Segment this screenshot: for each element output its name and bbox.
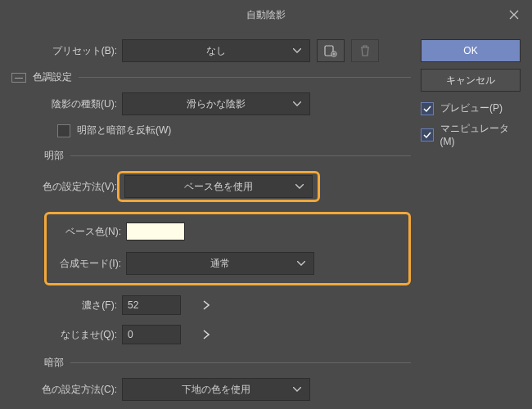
preset-label: プリセット(B): (11, 44, 122, 58)
light-color-method-select[interactable]: ベース色を使用 (124, 175, 313, 198)
divider (70, 362, 411, 363)
tone-group-toggle[interactable] (11, 73, 26, 83)
base-color-label: ベース色(N): (48, 225, 126, 239)
divider (79, 77, 411, 78)
manipulator-checkbox[interactable]: マニピュレータ(M) (421, 122, 521, 147)
dark-group-label: 暗部 (44, 356, 64, 370)
shadow-type-label: 陰影の種類(U): (34, 97, 122, 111)
divider (70, 155, 411, 156)
ok-label: OK (463, 45, 477, 56)
preset-select[interactable]: なし (122, 39, 310, 62)
dark-color-method-select[interactable]: 下地の色を使用 (122, 378, 310, 401)
cancel-label: キャンセル (446, 74, 495, 88)
ok-button[interactable]: OK (421, 39, 521, 62)
cancel-button[interactable]: キャンセル (421, 69, 521, 92)
blur-slider-button[interactable] (196, 325, 217, 344)
blend-mode-value: 通常 (210, 257, 230, 271)
base-color-swatch[interactable] (126, 222, 185, 240)
intensity-slider-button[interactable] (196, 295, 217, 315)
intensity-input[interactable]: 52 (122, 295, 181, 315)
dark-color-method-label: 色の設定方法(C): (11, 383, 122, 397)
highlight-box-2: ベース色(N): 合成モード(I): 通常 (44, 212, 411, 285)
preset-delete-button[interactable] (351, 39, 379, 62)
shadow-type-select[interactable]: 滑らかな陰影 (122, 92, 310, 115)
light-group-label: 明部 (44, 149, 64, 163)
invert-label: 明部と暗部を反転(W) (77, 124, 171, 137)
invert-checkbox[interactable]: 明部と暗部を反転(W) (57, 124, 171, 137)
chevron-down-icon (293, 387, 301, 392)
manipulator-label: マニピュレータ(M) (440, 122, 521, 147)
intensity-value: 52 (128, 299, 138, 311)
shadow-type-value: 滑らかな陰影 (187, 97, 246, 111)
titlebar: 自動陰影 (0, 0, 532, 29)
light-color-method-value: ベース色を使用 (184, 180, 253, 194)
light-color-method-label: 色の設定方法(V): (11, 180, 122, 194)
tone-group-label: 色調設定 (33, 70, 72, 84)
chevron-down-icon (293, 101, 301, 106)
blur-label: なじませ(Q): (11, 328, 122, 342)
close-button[interactable] (496, 0, 532, 29)
blend-mode-label: 合成モード(I): (48, 257, 126, 271)
chevron-down-icon (295, 184, 304, 189)
highlight-box-1: ベース色を使用 (117, 171, 320, 202)
intensity-label: 濃さ(F): (11, 299, 122, 312)
blur-value: 0 (128, 329, 133, 340)
preview-checkbox[interactable]: プレビュー(P) (421, 101, 521, 115)
preview-label: プレビュー(P) (440, 101, 503, 115)
blend-mode-select[interactable]: 通常 (126, 252, 314, 275)
preset-add-button[interactable] (317, 39, 345, 62)
title: 自動陰影 (246, 8, 286, 22)
blur-input[interactable]: 0 (122, 325, 181, 344)
chevron-down-icon (293, 48, 301, 53)
dark-color-method-value: 下地の色を使用 (182, 383, 250, 397)
chevron-down-icon (297, 261, 305, 266)
preset-value: なし (206, 44, 226, 58)
